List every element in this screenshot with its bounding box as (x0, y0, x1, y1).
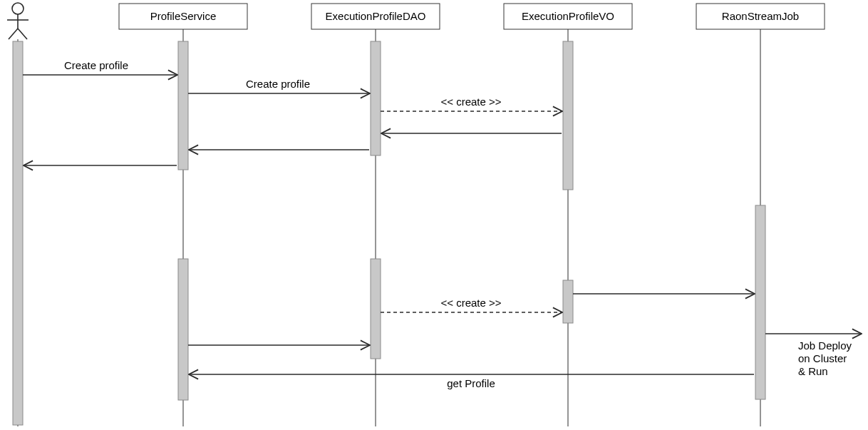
msg-label-create-profile-2: Create profile (246, 78, 310, 90)
participant-execution-profile-dao: ExecutionProfileDAO (311, 4, 440, 29)
activation-dao-2 (371, 259, 381, 359)
activation-actor (13, 41, 23, 425)
participant-profile-service: ProfileService (119, 4, 247, 29)
label-execution-profile-dao: ExecutionProfileDAO (326, 10, 426, 22)
activation-dao-1 (371, 41, 381, 155)
msg-label-job-deploy-3: & Run (798, 365, 828, 377)
sequence-diagram: ProfileService ExecutionProfileDAO Execu… (0, 0, 868, 430)
svg-line-4 (18, 29, 27, 39)
activation-raon (755, 205, 765, 399)
activation-vo-2 (563, 280, 573, 323)
svg-point-0 (12, 3, 24, 14)
svg-line-3 (9, 29, 18, 39)
msg-label-get-profile: get Profile (447, 377, 495, 389)
participant-raon-stream-job: RaonStreamJob (696, 4, 825, 29)
msg-label-job-deploy-1: Job Deploy (798, 339, 852, 352)
msg-label-create-profile-1: Create profile (64, 59, 128, 71)
msg-label-create-stereo-1: << create >> (440, 96, 501, 108)
label-profile-service: ProfileService (150, 10, 217, 22)
msg-label-create-stereo-2: << create >> (440, 297, 501, 309)
activation-profile-service-2 (178, 259, 188, 400)
msg-label-job-deploy-2: on Cluster (798, 352, 847, 364)
label-raon-stream-job: RaonStreamJob (722, 10, 799, 22)
label-execution-profile-vo: ExecutionProfileVO (522, 10, 614, 22)
participant-execution-profile-vo: ExecutionProfileVO (504, 4, 632, 29)
actor-icon (7, 3, 29, 39)
activation-vo-1 (563, 41, 573, 190)
activation-profile-service-1 (178, 41, 188, 170)
